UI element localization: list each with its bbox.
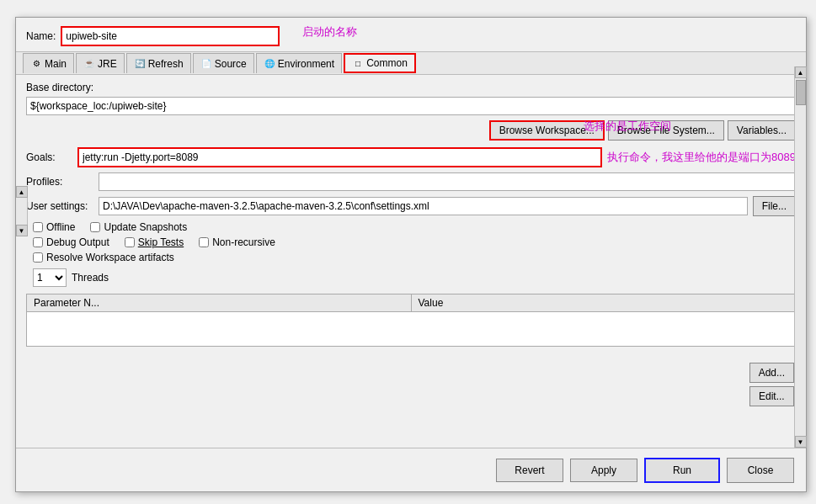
user-settings-label: User settings:	[26, 200, 93, 212]
file-button[interactable]: File...	[753, 196, 796, 216]
close-button[interactable]: Close	[727, 458, 794, 483]
annotation-goals: 执行命令，我这里给他的是端口为8089	[607, 150, 796, 165]
bottom-bar: Revert Apply Run Close	[16, 448, 806, 491]
tab-source[interactable]: 📄 Source	[193, 53, 254, 73]
resolve-workspace-checkbox[interactable]: Resolve Workspace artifacts	[33, 252, 174, 263]
non-recursive-checkbox-input[interactable]	[199, 237, 209, 247]
update-snapshots-label: Update Snapshots	[104, 221, 187, 233]
jre-tab-icon: ☕	[83, 58, 95, 70]
goals-input-wrapper	[77, 147, 602, 167]
scrollbar-thumb[interactable]	[796, 80, 806, 105]
variables-button[interactable]: Variables...	[728, 120, 796, 141]
user-settings-row: User settings: File...	[26, 196, 796, 216]
common-tab-icon: □	[352, 57, 364, 69]
non-recursive-checkbox[interactable]: Non-recursive	[199, 236, 275, 248]
checkbox-row-1: Offline Update Snapshots	[33, 221, 796, 233]
offline-label: Offline	[46, 221, 75, 233]
tab-source-label: Source	[215, 58, 247, 70]
name-input[interactable]	[61, 26, 280, 46]
table-col-value: Value	[412, 294, 796, 311]
scrollbar-up-arrow[interactable]: ▲	[795, 66, 807, 78]
profiles-row: Profiles:	[26, 172, 796, 191]
threads-row: 1 2 4 8 Threads	[26, 268, 796, 287]
tab-refresh-label: Refresh	[148, 58, 184, 70]
launch-config-dialog: 启动的名称 Name: ⚙ Main ☕ JRE 🔄 Refresh 📄 Sou…	[15, 17, 807, 492]
left-scrollbar: ▲ ▼	[16, 186, 28, 236]
debug-output-label: Debug Output	[46, 236, 109, 248]
debug-output-checkbox-input[interactable]	[33, 237, 43, 247]
tab-environment-label: Environment	[278, 58, 334, 70]
name-row: Name:	[16, 18, 806, 51]
goals-input[interactable]	[79, 149, 600, 166]
update-snapshots-checkbox[interactable]: Update Snapshots	[90, 221, 187, 233]
tab-jre-label: JRE	[98, 58, 117, 70]
table-body	[27, 312, 795, 346]
update-snapshots-checkbox-input[interactable]	[90, 222, 100, 232]
threads-select[interactable]: 1 2 4 8	[33, 268, 67, 287]
checkbox-row-3: Resolve Workspace artifacts	[33, 252, 796, 263]
base-directory-input[interactable]	[26, 97, 796, 115]
user-settings-input[interactable]	[99, 197, 748, 215]
profiles-input[interactable]	[99, 172, 796, 191]
goals-label: Goals:	[26, 151, 72, 163]
tab-common-label: Common	[366, 57, 408, 69]
annotation-workspace: 选择的是工作空间	[584, 119, 671, 134]
resolve-workspace-label: Resolve Workspace artifacts	[46, 252, 174, 263]
edit-button[interactable]: Edit...	[749, 386, 794, 406]
name-label: Name:	[26, 30, 56, 42]
resolve-workspace-checkbox-input[interactable]	[33, 252, 43, 263]
checkbox-row-2: Debug Output Skip Tests Non-recursive	[33, 236, 796, 248]
threads-label: Threads	[72, 272, 109, 284]
refresh-tab-icon: 🔄	[134, 58, 146, 70]
goals-row: Goals: 执行命令，我这里给他的是端口为8089	[26, 147, 796, 167]
tab-refresh[interactable]: 🔄 Refresh	[126, 53, 191, 73]
skip-tests-checkbox-input[interactable]	[125, 237, 135, 247]
add-button[interactable]: Add...	[749, 363, 794, 383]
base-directory-row	[26, 97, 796, 115]
source-tab-icon: 📄	[200, 58, 212, 70]
tab-jre[interactable]: ☕ JRE	[76, 53, 125, 73]
tab-main[interactable]: ⚙ Main	[23, 53, 74, 73]
right-buttons: Add... Edit...	[749, 363, 794, 406]
scrollbar-right: ▲ ▼	[794, 66, 806, 448]
tab-environment[interactable]: 🌐 Environment	[256, 53, 342, 73]
run-button[interactable]: Run	[644, 458, 720, 483]
main-content: Base directory: 选择的是工作空间 Browse Workspac…	[16, 75, 806, 358]
apply-button[interactable]: Apply	[570, 459, 637, 482]
tab-main-label: Main	[45, 58, 67, 70]
base-directory-label: Base directory:	[26, 82, 796, 93]
annotation-launch-name: 启动的名称	[302, 24, 357, 40]
environment-tab-icon: 🌐	[264, 58, 275, 70]
skip-tests-checkbox[interactable]: Skip Tests	[125, 236, 184, 248]
parameter-table: Parameter N... Value	[26, 294, 796, 347]
skip-tests-label: Skip Tests	[138, 236, 184, 248]
table-header: Parameter N... Value	[27, 294, 795, 312]
non-recursive-label: Non-recursive	[212, 236, 275, 248]
offline-checkbox-input[interactable]	[33, 222, 43, 232]
left-scroll-down[interactable]: ▼	[16, 225, 28, 236]
tab-common[interactable]: □ Common	[344, 53, 416, 73]
main-tab-icon: ⚙	[30, 58, 42, 70]
tabs-row: ⚙ Main ☕ JRE 🔄 Refresh 📄 Source 🌐 Enviro…	[16, 51, 806, 75]
debug-output-checkbox[interactable]: Debug Output	[33, 236, 109, 248]
browse-buttons: Browse Workspace... Browse File System..…	[26, 120, 796, 141]
scrollbar-down-arrow[interactable]: ▼	[795, 436, 807, 448]
left-scroll-up[interactable]: ▲	[16, 186, 28, 198]
revert-button[interactable]: Revert	[496, 459, 563, 482]
offline-checkbox[interactable]: Offline	[33, 221, 75, 233]
checkboxes-section: Offline Update Snapshots Debug Output Sk…	[26, 221, 796, 263]
table-col-parameter: Parameter N...	[27, 294, 412, 311]
profiles-label: Profiles:	[26, 176, 93, 188]
